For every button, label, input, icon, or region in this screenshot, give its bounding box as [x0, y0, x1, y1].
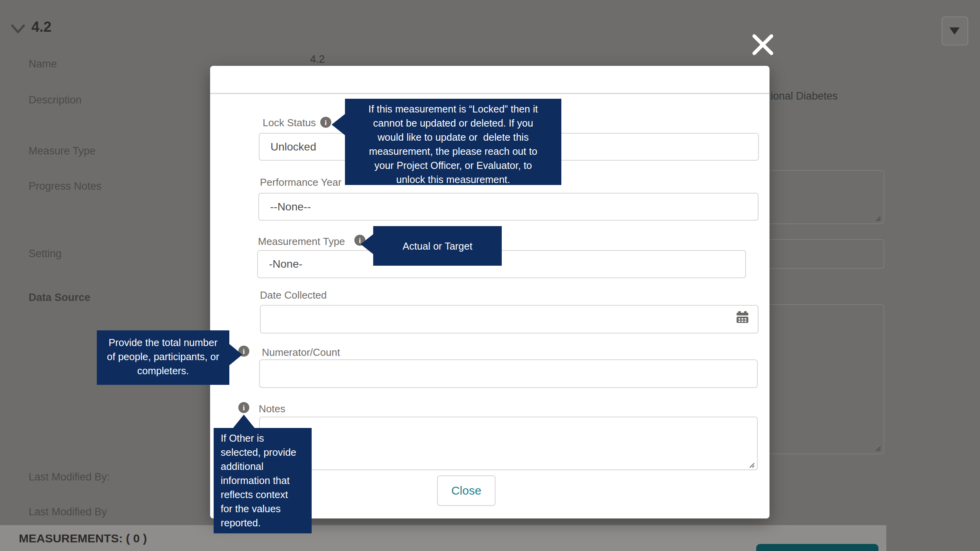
resize-handle-icon: [875, 216, 881, 222]
performance-year-label: Performance Year: [260, 176, 341, 188]
tooltip-arrow: [232, 415, 255, 429]
measurement-type-tooltip: Actual or Target: [373, 226, 502, 266]
measurements-count: MEASUREMENTS: ( 0 ): [19, 532, 147, 545]
numerator-count-label: Numerator/Count: [262, 346, 340, 359]
last-modified-by-colon-label: Last Modified By:: [29, 471, 110, 483]
numerator-count-input[interactable]: [259, 359, 758, 388]
measurements-section-bar: MEASUREMENTS: ( 0 ): [0, 525, 886, 551]
resize-handle-icon[interactable]: [749, 462, 755, 468]
chevron-down-icon[interactable]: [11, 24, 25, 34]
name-value: 4.2: [310, 53, 325, 65]
name-label: Name: [29, 58, 57, 70]
lock-status-tooltip: If this measurement is “Locked” then it …: [345, 99, 561, 185]
resize-handle-icon: [875, 446, 881, 452]
progress-notes-label: Progress Notes: [29, 180, 102, 192]
measure-type-label: Measure Type: [29, 145, 96, 157]
close-button[interactable]: Close: [437, 475, 495, 506]
tooltip-arrow: [229, 344, 242, 366]
lock-status-label: Lock Status: [263, 117, 316, 129]
calendar-icon[interactable]: [736, 311, 749, 323]
info-glyph: i: [325, 119, 327, 126]
performance-year-select[interactable]: --None--: [258, 193, 759, 221]
setting-label: Setting: [29, 248, 62, 260]
measurement-type-label: Measurement Type: [258, 236, 345, 248]
modal-header: [210, 66, 769, 94]
numerator-tooltip: Provide the total number of people, part…: [97, 330, 229, 385]
info-glyph: i: [243, 404, 245, 411]
screen: 4.2 Name 4.2 Description ional Diabetes …: [0, 0, 980, 551]
close-icon[interactable]: [751, 33, 775, 56]
description-value: ional Diabetes: [771, 90, 838, 102]
last-modified-by-label: Last Modified By: [29, 506, 107, 518]
section-title: 4.2: [31, 19, 51, 35]
info-glyph: i: [243, 348, 245, 355]
notes-textarea[interactable]: [259, 417, 758, 470]
tooltip-arrow: [361, 234, 374, 255]
date-collected-input[interactable]: [260, 305, 759, 334]
info-icon[interactable]: i: [238, 402, 249, 413]
row-actions-dropdown-button[interactable]: [942, 16, 968, 45]
tooltip-arrow: [332, 114, 345, 135]
info-icon[interactable]: i: [320, 117, 331, 128]
data-source-label: Data Source: [29, 292, 91, 304]
notes-label: Notes: [259, 403, 285, 415]
caret-down-icon: [949, 27, 960, 34]
description-label: Description: [29, 94, 82, 106]
new-measurement-button: [756, 544, 878, 551]
date-collected-label: Date Collected: [260, 289, 327, 301]
notes-tooltip: If Other is selected, provide additional…: [214, 428, 312, 533]
